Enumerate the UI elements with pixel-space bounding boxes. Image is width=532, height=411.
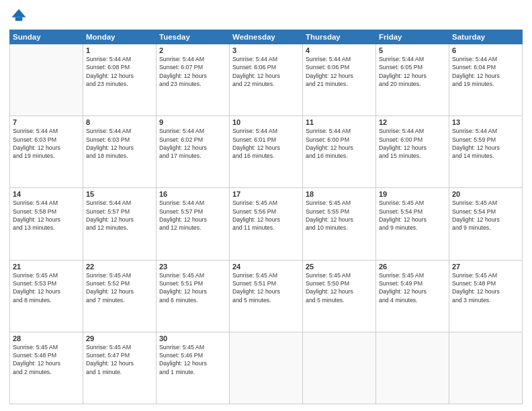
calendar-cell: 21 Sunrise: 5:45 AM Sunset: 5:53 PM Dayl… [10,260,83,332]
day-number: 1 [86,46,153,54]
day-info: Sunrise: 5:44 AM Sunset: 6:08 PM Dayligh… [86,55,153,88]
day-number: 6 [452,46,519,54]
daylight-label: Daylight: 12 hours and 15 minutes. [379,144,427,159]
calendar-cell: 28 Sunrise: 5:45 AM Sunset: 5:48 PM Dayl… [10,332,83,404]
day-info: Sunrise: 5:45 AM Sunset: 5:56 PM Dayligh… [232,199,300,232]
day-number: 4 [306,46,373,54]
sunset-label: Sunset: 6:07 PM [159,64,203,71]
day-info: Sunrise: 5:44 AM Sunset: 5:59 PM Dayligh… [452,127,519,160]
sunrise-label: Sunrise: 5:44 AM [159,199,204,206]
sunset-label: Sunset: 5:48 PM [452,280,496,287]
sunset-label: Sunset: 5:57 PM [86,208,130,215]
sunrise-label: Sunrise: 5:44 AM [306,56,351,62]
sunset-label: Sunset: 5:48 PM [13,352,56,359]
day-info: Sunrise: 5:45 AM Sunset: 5:50 PM Dayligh… [306,271,373,304]
calendar-cell: 4 Sunrise: 5:44 AM Sunset: 6:06 PM Dayli… [303,44,376,116]
calendar-cell: 14 Sunrise: 5:44 AM Sunset: 5:58 PM Dayl… [10,188,83,260]
day-info: Sunrise: 5:45 AM Sunset: 5:47 PM Dayligh… [86,343,153,376]
sunrise-label: Sunrise: 5:45 AM [232,272,277,279]
day-number: 28 [13,334,80,342]
sunrise-label: Sunrise: 5:44 AM [306,128,351,134]
day-info: Sunrise: 5:44 AM Sunset: 5:57 PM Dayligh… [86,199,153,232]
calendar-cell [10,44,83,116]
logo-icon [9,7,28,26]
day-info: Sunrise: 5:45 AM Sunset: 5:48 PM Dayligh… [13,343,80,376]
day-number: 12 [379,118,446,126]
day-header-saturday: Saturday [449,30,523,44]
day-number: 27 [452,263,519,271]
calendar-cell [303,332,376,404]
sunset-label: Sunset: 5:57 PM [159,208,203,215]
sunrise-label: Sunrise: 5:44 AM [13,199,58,206]
day-number: 7 [13,118,80,126]
calendar-cell: 30 Sunrise: 5:45 AM Sunset: 5:46 PM Dayl… [157,332,230,404]
daylight-label: Daylight: 12 hours and 17 minutes. [159,144,207,159]
sunrise-label: Sunrise: 5:45 AM [306,272,351,279]
day-info: Sunrise: 5:45 AM Sunset: 5:54 PM Dayligh… [379,199,446,232]
sunset-label: Sunset: 6:02 PM [159,136,203,143]
sunrise-label: Sunrise: 5:44 AM [379,56,424,62]
sunrise-label: Sunrise: 5:45 AM [86,344,131,351]
sunrise-label: Sunrise: 5:45 AM [379,272,424,279]
sunset-label: Sunset: 5:59 PM [452,136,496,143]
daylight-label: Daylight: 12 hours and 19 minutes. [13,144,60,159]
sunset-label: Sunset: 5:55 PM [306,208,349,215]
sunset-label: Sunset: 6:08 PM [86,64,130,71]
day-number: 2 [159,46,226,54]
day-info: Sunrise: 5:45 AM Sunset: 5:52 PM Dayligh… [86,271,153,304]
sunset-label: Sunset: 5:49 PM [379,280,423,287]
day-number: 19 [379,190,446,198]
daylight-label: Daylight: 12 hours and 8 minutes. [13,288,60,303]
sunset-label: Sunset: 5:56 PM [232,208,276,215]
sunset-label: Sunset: 6:03 PM [86,136,130,143]
calendar-cell: 18 Sunrise: 5:45 AM Sunset: 5:55 PM Dayl… [303,188,376,260]
sunset-label: Sunset: 5:51 PM [232,280,276,287]
day-info: Sunrise: 5:44 AM Sunset: 6:00 PM Dayligh… [379,127,446,160]
day-info: Sunrise: 5:45 AM Sunset: 5:54 PM Dayligh… [452,199,519,232]
sunrise-label: Sunrise: 5:44 AM [13,128,58,134]
calendar-week-5: 28 Sunrise: 5:45 AM Sunset: 5:48 PM Dayl… [10,332,523,404]
sunrise-label: Sunrise: 5:44 AM [452,56,497,62]
calendar-cell: 19 Sunrise: 5:45 AM Sunset: 5:54 PM Dayl… [376,188,449,260]
sunset-label: Sunset: 5:46 PM [159,352,203,359]
day-number: 9 [159,118,226,126]
day-info: Sunrise: 5:45 AM Sunset: 5:49 PM Dayligh… [379,271,446,304]
day-info: Sunrise: 5:44 AM Sunset: 6:07 PM Dayligh… [159,55,226,88]
day-info: Sunrise: 5:45 AM Sunset: 5:46 PM Dayligh… [159,343,226,376]
sunrise-label: Sunrise: 5:44 AM [86,56,131,62]
sunset-label: Sunset: 6:06 PM [232,64,276,71]
daylight-label: Daylight: 12 hours and 7 minutes. [86,288,134,303]
daylight-label: Daylight: 12 hours and 6 minutes. [159,288,207,303]
calendar-cell [376,332,449,404]
daylight-label: Daylight: 12 hours and 16 minutes. [232,144,280,159]
day-header-sunday: Sunday [10,30,83,44]
logo [9,7,31,26]
sunrise-label: Sunrise: 5:44 AM [86,199,131,206]
calendar-header-row: SundayMondayTuesdayWednesdayThursdayFrid… [10,30,523,44]
day-header-wednesday: Wednesday [230,30,303,44]
calendar-week-2: 7 Sunrise: 5:44 AM Sunset: 6:03 PM Dayli… [10,116,523,188]
day-info: Sunrise: 5:44 AM Sunset: 6:03 PM Dayligh… [13,127,80,160]
day-number: 16 [159,190,226,198]
day-info: Sunrise: 5:44 AM Sunset: 6:02 PM Dayligh… [159,127,226,160]
sunset-label: Sunset: 5:52 PM [86,280,130,287]
sunrise-label: Sunrise: 5:45 AM [13,272,58,279]
day-number: 30 [159,334,226,342]
sunrise-label: Sunrise: 5:44 AM [159,128,204,134]
daylight-label: Daylight: 12 hours and 14 minutes. [452,144,500,159]
daylight-label: Daylight: 12 hours and 12 minutes. [159,216,207,231]
sunset-label: Sunset: 6:05 PM [379,64,423,71]
day-info: Sunrise: 5:44 AM Sunset: 6:01 PM Dayligh… [232,127,300,160]
sunset-label: Sunset: 6:06 PM [306,64,349,71]
day-header-tuesday: Tuesday [157,30,230,44]
day-number: 29 [86,334,153,342]
sunrise-label: Sunrise: 5:44 AM [379,128,424,134]
day-info: Sunrise: 5:44 AM Sunset: 5:57 PM Dayligh… [159,199,226,232]
daylight-label: Daylight: 12 hours and 3 minutes. [452,288,500,303]
day-number: 25 [306,263,373,271]
sunrise-label: Sunrise: 5:45 AM [379,199,424,206]
day-number: 8 [86,118,153,126]
sunrise-label: Sunrise: 5:45 AM [159,272,204,279]
sunset-label: Sunset: 5:50 PM [306,280,349,287]
calendar-cell: 16 Sunrise: 5:44 AM Sunset: 5:57 PM Dayl… [157,188,230,260]
